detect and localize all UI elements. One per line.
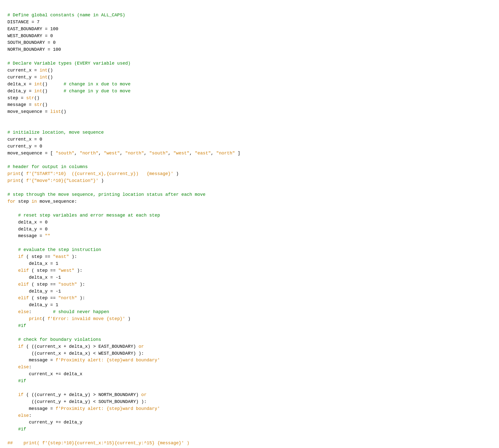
comment-line-5: # step through the move sequence, printi… xyxy=(7,192,205,197)
code-line: DISTANCE = 7 EAST_BOUNDARY = 100 WEST_BO… xyxy=(7,20,61,52)
code-line: print( f'{"START":^10} ({current_x},{cur… xyxy=(7,171,179,183)
comment-line-2: # Declare Variable types (EVERY variable… xyxy=(7,61,131,66)
comment-line-4: # header for output in columns xyxy=(7,164,88,169)
code-line: current_x = int() current_y = int() delt… xyxy=(7,68,131,114)
comment-line-1: # Define global constants (name in ALL_C… xyxy=(7,13,125,18)
comment-line-3: # initialize location, move sequence xyxy=(7,130,104,135)
code-line: for step in move_sequence: # reset step … xyxy=(7,199,190,448)
code-editor[interactable]: # Define global constants (name in ALL_C… xyxy=(7,5,492,448)
code-line: current_x = 0 current_y = 0 move_sequenc… xyxy=(7,137,240,156)
